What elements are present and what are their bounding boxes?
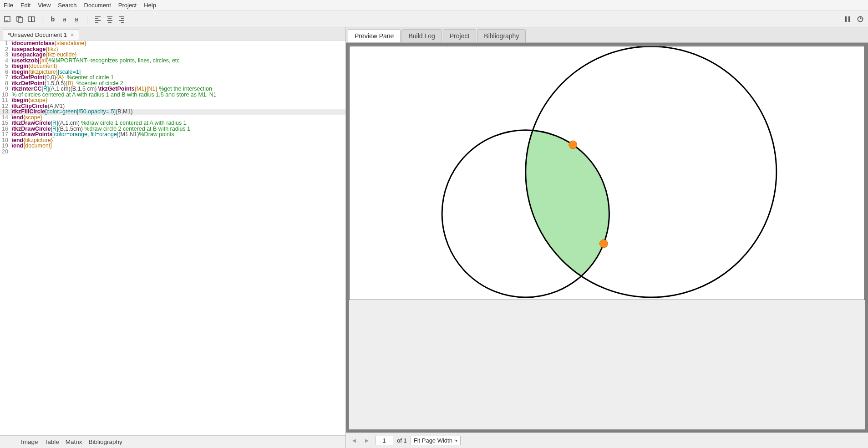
document-tabbar: *Unsaved Document 1 ×: [0, 27, 345, 41]
line-number: 19: [0, 143, 10, 149]
prev-page-icon[interactable]: ◄: [350, 436, 359, 445]
zoom-select[interactable]: Fit Page Width: [411, 436, 461, 445]
preview-viewport[interactable]: [346, 43, 868, 433]
pause-icon[interactable]: [843, 15, 852, 23]
line-number: 13: [0, 109, 10, 115]
svg-rect-6: [848, 16, 850, 22]
code-line[interactable]: 7 \tkzDefPoint(0,0){A} %center of circle…: [0, 75, 345, 81]
line-number: 17: [0, 132, 10, 137]
code-line[interactable]: 11 \begin{scope}: [0, 97, 345, 103]
svg-rect-3: [28, 17, 31, 21]
page-number-input[interactable]: [375, 436, 393, 445]
preview-footer: ◄ ► of 1 Fit Page Width: [346, 433, 868, 448]
line-number: 20: [0, 149, 10, 155]
document-tab[interactable]: *Unsaved Document 1 ×: [3, 29, 79, 40]
code-line[interactable]: 9 \tkzInterCC[R](A,1 cm)(B,1.5 cm) \tkzG…: [0, 86, 345, 92]
document-tab-title: *Unsaved Document 1: [8, 31, 67, 38]
insert-tab-table[interactable]: Table: [45, 438, 59, 445]
align-center-icon[interactable]: [106, 15, 114, 23]
main-split: *Unsaved Document 1 × 1 \documentclass{s…: [0, 27, 868, 448]
menu-help[interactable]: Help: [144, 2, 156, 9]
code-line[interactable]: 10 % of circles centered at A with radiu…: [0, 92, 345, 98]
italic-icon[interactable]: a: [61, 15, 69, 23]
close-icon[interactable]: ×: [71, 31, 74, 38]
line-number: 9: [0, 86, 10, 92]
insert-tab-image[interactable]: Image: [21, 438, 38, 445]
preview-tabbar: Preview PaneBuild LogProjectBibliography: [346, 27, 868, 43]
editor-pane: *Unsaved Document 1 × 1 \documentclass{s…: [0, 27, 346, 448]
next-page-icon[interactable]: ►: [362, 436, 371, 445]
preview-tab-project[interactable]: Project: [443, 29, 477, 42]
preview-page: [349, 46, 865, 300]
insert-tab-bibliography[interactable]: Bibliography: [89, 438, 122, 445]
code-line[interactable]: 15 \tkzDrawCircle[R](A,1.cm) %draw circl…: [0, 120, 345, 126]
code-line[interactable]: 3 \usepackage{tkz-euclide}: [0, 52, 345, 58]
svg-point-9: [526, 46, 777, 297]
code-line[interactable]: 20: [0, 149, 345, 155]
line-number: 3: [0, 52, 10, 58]
menu-view[interactable]: View: [38, 2, 51, 9]
bold-icon[interactable]: b: [49, 15, 57, 23]
line-number: 11: [0, 97, 10, 103]
menu-file[interactable]: File: [4, 2, 13, 9]
svg-rect-2: [18, 17, 22, 22]
insert-tab-matrix[interactable]: Matrix: [66, 438, 82, 445]
menubar: FileEditViewSearchDocumentProjectHelp: [0, 0, 868, 11]
preview-tab-preview-pane[interactable]: Preview Pane: [348, 29, 401, 42]
insert-tabs: ImageTableMatrixBibliography: [0, 435, 345, 448]
align-right-icon[interactable]: [117, 15, 126, 23]
code-line[interactable]: 19 \end{document}: [0, 143, 345, 149]
line-number: 1: [0, 41, 10, 46]
code-line[interactable]: 17 \tkzDrawPoints[color=orange, fill=ora…: [0, 132, 345, 137]
underline-icon[interactable]: a: [72, 15, 81, 23]
menu-edit[interactable]: Edit: [20, 2, 30, 9]
menu-search[interactable]: Search: [58, 2, 76, 9]
line-number: 5: [0, 63, 10, 69]
svg-point-12: [569, 141, 577, 149]
page-count-label: of 1: [397, 437, 407, 444]
code-line[interactable]: 5 \begin{document}: [0, 63, 345, 69]
refresh-icon[interactable]: [856, 15, 864, 23]
svg-rect-5: [845, 16, 847, 22]
line-number: 15: [0, 120, 10, 126]
multi-window-icon[interactable]: [27, 15, 36, 23]
align-left-icon[interactable]: [94, 15, 102, 23]
code-line[interactable]: 13 \tkzFillCircle[color=green|!50,opacit…: [0, 109, 345, 115]
code-line[interactable]: 1 \documentclass{standalone}: [0, 41, 345, 46]
line-number: 7: [0, 75, 10, 81]
preview-pane: Preview PaneBuild LogProjectBibliography…: [346, 27, 868, 448]
open-terminal-icon[interactable]: [4, 15, 12, 23]
menu-project[interactable]: Project: [118, 2, 137, 9]
toolbar: b a a: [0, 11, 868, 27]
zoom-label: Fit Page Width: [414, 437, 452, 444]
copy-icon[interactable]: [15, 15, 24, 23]
code-editor[interactable]: 1 \documentclass{standalone}2 \usepackag…: [0, 41, 345, 435]
preview-tab-build-log[interactable]: Build Log: [401, 29, 442, 42]
preview-tab-bibliography[interactable]: Bibliography: [477, 29, 526, 42]
svg-rect-4: [31, 17, 35, 21]
menu-document[interactable]: Document: [84, 2, 111, 9]
svg-point-13: [599, 239, 608, 248]
